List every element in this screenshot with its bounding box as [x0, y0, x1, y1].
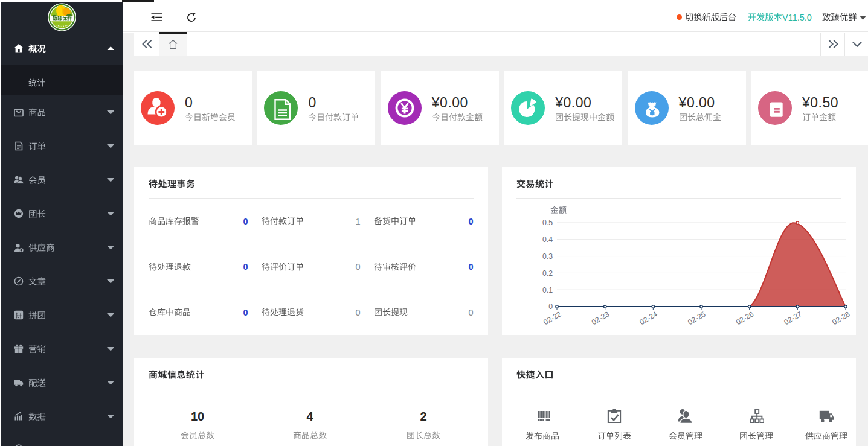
svg-text:02-22: 02-22	[542, 310, 562, 327]
svg-text:0: 0	[548, 302, 553, 311]
svg-text:02-26: 02-26	[735, 310, 755, 327]
svg-text:0.1: 0.1	[542, 286, 553, 295]
svg-text:0.5: 0.5	[542, 218, 553, 227]
svg-text:02-24: 02-24	[638, 310, 659, 327]
svg-text:02-23: 02-23	[590, 310, 611, 327]
svg-text:02-28: 02-28	[831, 310, 851, 327]
svg-text:02-25: 02-25	[686, 310, 707, 327]
svg-text:0.4: 0.4	[542, 235, 553, 244]
svg-text:0.3: 0.3	[542, 252, 553, 261]
svg-text:0.2: 0.2	[542, 269, 553, 278]
svg-text:02-27: 02-27	[783, 310, 803, 327]
